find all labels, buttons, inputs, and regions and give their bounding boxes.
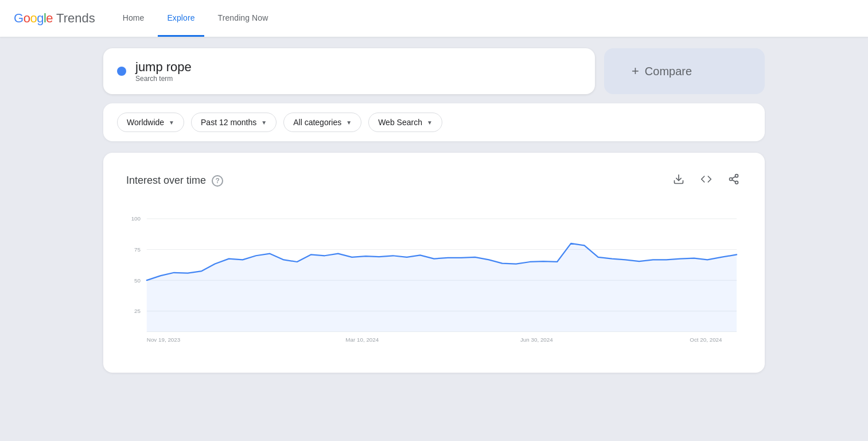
time-filter-label: Past 12 months: [201, 118, 256, 127]
logo-trends-text: Trends: [56, 11, 95, 26]
filter-row: Worldwide ▼ Past 12 months ▼ All categor…: [103, 103, 765, 141]
svg-line-5: [732, 176, 735, 178]
help-icon[interactable]: ?: [212, 175, 223, 187]
x-label-oct: Oct 20, 2024: [690, 336, 722, 343]
nav-home[interactable]: Home: [114, 0, 154, 37]
header: Google Trends Home Explore Trending Now: [0, 0, 868, 37]
nav-trending-now[interactable]: Trending Now: [209, 0, 278, 37]
chart-card: Interest over time ?: [103, 153, 765, 373]
nav-explore[interactable]: Explore: [158, 0, 204, 37]
x-label-nov: Nov 19, 2023: [147, 336, 181, 343]
svg-line-4: [732, 180, 735, 181]
compare-label: Compare: [645, 65, 692, 78]
line-chart: 100 75 50 25 Nov 19, 2023 Mar 10, 2024 J…: [126, 208, 742, 352]
time-filter-arrow: ▼: [261, 119, 267, 126]
search-type-filter[interactable]: Web Search ▼: [368, 113, 442, 132]
logo-google-text: Google: [14, 11, 53, 26]
chart-area: [147, 243, 737, 332]
chart-title: Interest over time: [126, 175, 206, 187]
search-term-dot: [117, 67, 126, 76]
embed-button[interactable]: [698, 171, 714, 190]
compare-box[interactable]: + Compare: [604, 48, 765, 94]
category-filter[interactable]: All categories ▼: [283, 113, 361, 132]
region-filter-label: Worldwide: [127, 118, 164, 127]
y-label-75: 75: [134, 246, 141, 253]
y-label-100: 100: [131, 215, 141, 222]
chart-title-group: Interest over time ?: [126, 175, 223, 187]
search-type-filter-label: Web Search: [378, 118, 422, 127]
x-label-jun: Jun 30, 2024: [520, 336, 553, 343]
download-button[interactable]: [671, 171, 687, 190]
category-filter-arrow: ▼: [346, 119, 352, 126]
category-filter-label: All categories: [293, 118, 341, 127]
share-button[interactable]: [726, 171, 742, 190]
search-term-text: jump rope: [135, 60, 192, 75]
time-filter[interactable]: Past 12 months ▼: [191, 113, 277, 132]
search-text-group: jump rope Search term: [135, 60, 192, 83]
search-type-filter-arrow: ▼: [427, 119, 433, 126]
search-area: jump rope Search term + Compare: [103, 48, 765, 94]
search-term-label: Search term: [135, 75, 192, 83]
chart-actions: [671, 171, 742, 190]
region-filter-arrow: ▼: [169, 119, 174, 126]
region-filter[interactable]: Worldwide ▼: [117, 113, 184, 132]
chart-header: Interest over time ?: [126, 171, 742, 190]
search-box[interactable]: jump rope Search term: [103, 48, 595, 94]
compare-plus-icon: +: [632, 64, 639, 79]
logo: Google Trends: [14, 11, 95, 26]
main-content: jump rope Search term + Compare Worldwid…: [0, 37, 868, 384]
y-label-50: 50: [134, 277, 141, 284]
y-label-25: 25: [134, 308, 141, 314]
x-label-mar: Mar 10, 2024: [345, 336, 379, 343]
chart-svg-container: 100 75 50 25 Nov 19, 2023 Mar 10, 2024 J…: [126, 208, 742, 354]
main-nav: Home Explore Trending Now: [114, 0, 278, 37]
